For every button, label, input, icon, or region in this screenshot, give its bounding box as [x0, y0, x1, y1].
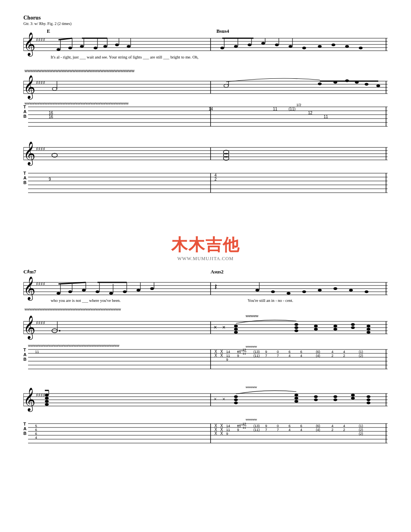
tremolo-tab-3: wwwwwwwwwwwwwwwwwwwwwwwwwwwwwwwwwwww	[28, 344, 119, 348]
tab-x-2: X	[214, 353, 217, 358]
tab-6a: 6	[289, 350, 291, 354]
tab-b-x3: X	[214, 431, 217, 436]
svg-point-188	[367, 399, 370, 401]
svg-text:B: B	[23, 114, 27, 119]
key-sig-1: ♯♯♯♯	[36, 37, 45, 43]
tab-9c: 9	[265, 350, 267, 354]
tab-b-6a: 6	[35, 428, 37, 432]
svg-point-103	[82, 289, 86, 292]
svg-point-138	[234, 328, 238, 331]
tab-4b: 4	[300, 354, 302, 358]
lyric-line-3: You're still an in - no - cent.	[248, 298, 293, 303]
x-notehead: ×	[214, 324, 217, 330]
tab-num-16b: 16	[49, 115, 53, 119]
chord-Bsus4: Bsus4	[216, 28, 229, 34]
tab-b-11-2: 11	[237, 424, 241, 428]
note	[57, 48, 60, 51]
svg-point-35	[302, 47, 306, 50]
tab-label-2: T	[23, 171, 26, 176]
key-sig-2: ♯♯♯♯	[36, 80, 45, 85]
tab-b-9: 9	[226, 432, 228, 436]
tab-1a: (1)	[359, 350, 363, 354]
tab-label-3: T	[23, 348, 26, 352]
svg-text:B: B	[23, 431, 27, 436]
tab-b-x6: X	[220, 431, 223, 436]
tab-b-9c: 9	[265, 424, 267, 428]
tab-2a: 2	[331, 354, 333, 358]
svg-point-121	[302, 291, 306, 293]
tremolo-tab-5: wwwww	[245, 418, 257, 421]
svg-point-31	[275, 44, 279, 46]
svg-point-9	[68, 47, 72, 50]
tab-6b: 6	[300, 350, 302, 354]
svg-point-141	[294, 326, 298, 329]
tab-b-9-2: 9	[237, 428, 239, 432]
tab-b-7: 7	[265, 428, 267, 432]
tab-11d: 11	[243, 352, 246, 355]
svg-point-183	[333, 395, 337, 398]
svg-point-37	[331, 44, 335, 46]
svg-text:A: A	[23, 109, 27, 114]
watermark-url: WWW.MUMUJITA.COM	[23, 256, 388, 262]
svg-point-170	[45, 394, 49, 397]
tab-b-14: 14	[226, 424, 230, 428]
svg-point-178	[294, 394, 298, 397]
svg-point-119	[271, 291, 275, 293]
chorus-label: Chorus	[23, 15, 41, 21]
svg-point-147	[351, 323, 355, 326]
gtr-label: Gtr. 3: w/ Rhy. Fig. 2 (2 times)	[23, 21, 71, 26]
svg-point-144	[314, 328, 318, 331]
svg-point-139	[234, 331, 238, 334]
x-notehead-bot: ×	[214, 396, 217, 402]
svg-point-27	[248, 44, 252, 46]
tab-num-11-paren: (11)	[289, 107, 296, 111]
lyric-line-1: It's al - right, just ___ wait and see. …	[51, 55, 198, 59]
svg-point-39	[359, 47, 363, 50]
key-sig-bot-1: ♯♯♯♯	[36, 281, 45, 287]
tremolo-bot-3: wwwww	[245, 385, 257, 389]
svg-point-151	[367, 331, 370, 334]
tab-0a: 0	[277, 350, 279, 354]
tab-9b: 9	[237, 354, 239, 358]
chord-Asus2: Asus2	[211, 269, 223, 275]
tremolo-bot-2: wwwww	[245, 314, 259, 318]
svg-point-187	[367, 395, 370, 398]
svg-point-111	[136, 289, 140, 292]
tab-6c: (6)	[316, 350, 320, 354]
svg-point-11	[80, 45, 84, 48]
tab-b-2c: (2)	[359, 428, 363, 432]
svg-point-19	[127, 45, 131, 48]
lyric-line-2: who you are is not ___ where you've been…	[51, 298, 120, 303]
svg-point-176	[234, 399, 238, 401]
tab-7b: 7	[277, 354, 279, 358]
svg-point-180	[294, 400, 298, 403]
tab-b-2: 2	[331, 428, 333, 432]
svg-point-186	[351, 397, 355, 400]
tremolo-tab-1: wwwwwwwwwwwwwwwwwwwwwwwwwwwwwwwwwwwwwwww…	[24, 101, 129, 105]
tab-x-4: X	[220, 353, 223, 358]
tab-b-2d: (2)	[359, 432, 363, 436]
svg-point-51	[224, 84, 229, 87]
svg-point-107	[109, 292, 113, 295]
svg-point-175	[234, 395, 238, 398]
tab-b-4c: 4	[300, 428, 302, 432]
svg-point-125	[365, 291, 368, 293]
svg-point-23	[220, 47, 224, 50]
watermark-section: 木木吉他 WWW.MUMUJITA.COM	[23, 234, 388, 262]
svg-point-117	[255, 289, 259, 292]
key-sig-bot-3: ♯♯♯♯	[36, 392, 45, 398]
bottom-staff-system: C♯m7 Asus2 𝄞 ♯♯♯♯ 𝄽	[23, 266, 388, 532]
tab-num-2: 2	[214, 177, 217, 181]
svg-point-143	[314, 325, 318, 328]
tremolo-bot-1: wwwwwwwwwwwwwwwwwwwwwwwwwwwwwwwwwwwwww	[24, 307, 121, 311]
svg-point-146	[333, 328, 337, 331]
svg-point-150	[367, 328, 370, 331]
tab-num-14: 14	[209, 107, 213, 111]
tab-7a: 7	[265, 354, 267, 358]
key-sig-3: ♯♯♯♯	[36, 146, 45, 152]
svg-point-189	[367, 402, 370, 404]
chord-Cm7: C♯m7	[23, 269, 36, 275]
tab-num-9: 9	[49, 177, 51, 181]
tab-b-5: 5	[35, 424, 37, 428]
chord-E: E	[47, 28, 50, 34]
